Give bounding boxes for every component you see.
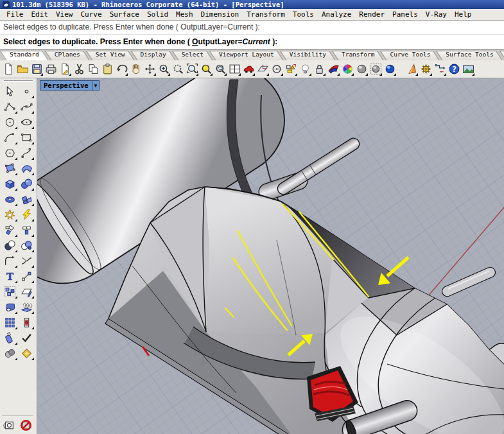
fillet-curve-button[interactable] <box>2 253 18 268</box>
menu-view[interactable]: View <box>52 10 77 19</box>
move-points-button[interactable] <box>19 268 35 284</box>
select-arrow-button[interactable] <box>2 83 18 99</box>
viewport-title[interactable]: Perspective ▼ <box>40 80 100 91</box>
gold-diamond-button[interactable] <box>19 345 35 361</box>
tab-select[interactable]: Select <box>174 51 211 60</box>
ellipse-button[interactable] <box>19 114 35 130</box>
undo-button[interactable] <box>114 62 128 76</box>
options-gear-button[interactable] <box>419 62 433 76</box>
zoom-selected-button[interactable] <box>199 62 213 76</box>
tab-solid-tools[interactable]: Solid Tools <box>501 51 504 60</box>
explode-flash-button[interactable] <box>19 207 35 222</box>
rectangle-button[interactable] <box>19 130 35 145</box>
boolean-union-button[interactable] <box>19 238 35 253</box>
polyline-button[interactable] <box>2 99 18 114</box>
color-picker-button[interactable] <box>340 62 354 76</box>
copy-to-layer-button[interactable] <box>19 284 35 299</box>
array-grid-button[interactable] <box>2 315 18 330</box>
extrude-up-button[interactable] <box>19 299 35 315</box>
rotate-view-button[interactable] <box>143 62 157 76</box>
surface-bend-button[interactable] <box>19 161 35 176</box>
menu-render[interactable]: Render <box>355 10 388 19</box>
render-preview-cone-button[interactable] <box>404 62 419 76</box>
save-file-button[interactable] <box>30 62 44 76</box>
tab-curve-tools[interactable]: Curve Tools <box>382 51 438 60</box>
explode-button[interactable] <box>2 207 18 222</box>
paste-button[interactable] <box>100 62 114 76</box>
surface-quilt-button[interactable] <box>19 191 35 207</box>
menu-tools[interactable]: Tools <box>289 10 318 19</box>
check-button[interactable] <box>19 330 35 345</box>
menu-help[interactable]: Help <box>451 10 476 19</box>
control-point-curve-button[interactable] <box>19 99 35 114</box>
tab-set-view[interactable]: Set View <box>88 51 133 60</box>
menu-analyze[interactable]: Analyze <box>318 10 355 19</box>
lock-objects-button[interactable] <box>312 62 326 76</box>
group-button[interactable] <box>2 284 18 299</box>
zoom-undo-button[interactable] <box>213 62 227 76</box>
viewport-canvas[interactable] <box>37 78 504 434</box>
new-file-button[interactable] <box>1 62 15 76</box>
help-button[interactable]: ? <box>447 62 461 76</box>
set-cplane-button[interactable] <box>256 62 270 76</box>
menu-dimension[interactable]: Dimension <box>197 10 243 19</box>
split-button[interactable] <box>19 222 35 238</box>
zoom-dynamic-button[interactable] <box>171 62 185 76</box>
viewport-title-label[interactable]: Perspective <box>40 81 92 90</box>
tab-transform[interactable]: Transform <box>334 51 382 60</box>
command-area[interactable]: Select edges to duplicate. Press Enter w… <box>0 20 504 50</box>
print-button[interactable] <box>44 62 58 76</box>
tab-standard[interactable]: Standard <box>2 51 47 60</box>
record-history-button[interactable] <box>2 418 16 432</box>
set-view-circle-button[interactable] <box>270 62 284 76</box>
boolean-spheres-button[interactable] <box>19 176 35 191</box>
command-prompt-line[interactable]: Select edges to duplicate. Press Enter w… <box>0 35 504 49</box>
tab-visibility[interactable]: Visibility <box>282 51 334 60</box>
circle-button[interactable] <box>2 114 18 130</box>
xray-viewport-button[interactable] <box>369 62 383 76</box>
distance-analyze-button[interactable] <box>433 62 447 76</box>
menu-mesh[interactable]: Mesh <box>172 10 197 19</box>
render-plugin-fin-button[interactable] <box>326 62 340 76</box>
tab-cplanes[interactable]: CPlanes <box>47 51 88 60</box>
title-bar[interactable]: 101.3dm (518396 KB) - Rhinoceros Corpora… <box>0 0 504 9</box>
single-point-button[interactable] <box>19 83 35 99</box>
command-option-rest[interactable]: utputLayer <box>198 37 238 46</box>
gray-blobs-button[interactable] <box>2 345 18 361</box>
block-button[interactable] <box>19 315 35 330</box>
polygon-button[interactable] <box>2 145 18 161</box>
surface-corner-points-button[interactable] <box>2 161 18 176</box>
menu-transform[interactable]: Transform <box>243 10 289 19</box>
menu-vray[interactable]: V-Ray <box>422 10 451 19</box>
tab-display[interactable]: Display <box>133 51 174 60</box>
no-entry-button[interactable] <box>19 418 33 432</box>
boolean-difference-button[interactable] <box>2 238 18 253</box>
background-image-button[interactable] <box>461 62 475 76</box>
viewport-layout-button[interactable] <box>227 62 241 76</box>
viewport-title-dropdown-icon[interactable]: ▼ <box>92 81 100 90</box>
torus-button[interactable] <box>2 191 18 207</box>
menu-solid[interactable]: Solid <box>143 10 172 19</box>
named-view-car-button[interactable] <box>241 62 256 76</box>
pan-view-button[interactable] <box>128 62 143 76</box>
text-button[interactable]: T <box>2 268 18 284</box>
open-file-button[interactable] <box>15 62 30 76</box>
paint-button[interactable] <box>2 330 18 345</box>
properties-button[interactable] <box>58 62 72 76</box>
box-button[interactable] <box>2 176 18 191</box>
perspective-viewport[interactable]: Perspective ▼ <box>37 78 504 434</box>
visibility-bulb-button[interactable] <box>298 62 312 76</box>
menu-surface[interactable]: Surface <box>106 10 143 19</box>
rendered-viewport-button[interactable] <box>383 62 397 76</box>
menu-panels[interactable]: Panels <box>388 10 422 19</box>
tab-viewport-layout[interactable]: Viewport Layout <box>211 51 282 60</box>
osnap-settings-button[interactable] <box>284 62 298 76</box>
blend-curves-button[interactable] <box>19 253 35 268</box>
shaded-viewport-button[interactable] <box>354 62 369 76</box>
cut-button[interactable] <box>72 62 86 76</box>
tab-surface-tools[interactable]: Surface Tools <box>438 51 501 60</box>
solid-fillet-button[interactable] <box>2 299 18 315</box>
menu-file[interactable]: File <box>3 10 28 19</box>
zoom-window-button[interactable] <box>185 62 199 76</box>
copy-button[interactable] <box>86 62 100 76</box>
